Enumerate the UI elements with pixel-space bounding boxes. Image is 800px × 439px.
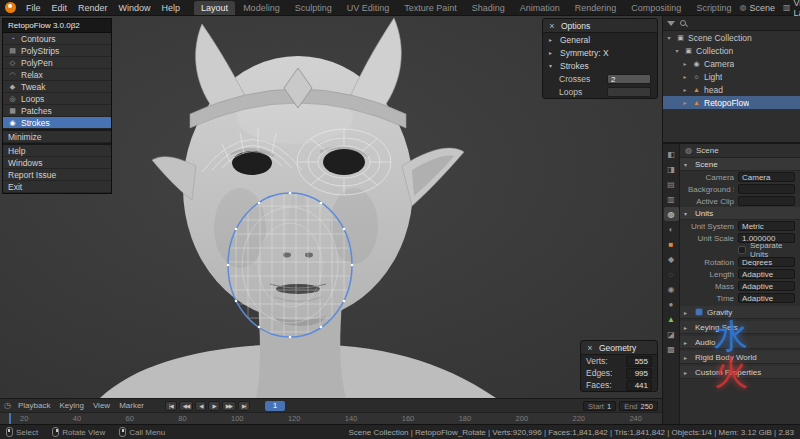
rf-tool-polypen[interactable]: ◇PolyPen [3,57,111,69]
outliner-row-scene-collection[interactable]: ▾ ▣ Scene Collection [663,31,800,44]
prev-keyframe-button[interactable]: ◀◀ [179,401,193,411]
tab-compositing[interactable]: Compositing [624,1,688,15]
menu-help[interactable]: Help [157,2,186,14]
rigid-body-world-section-header[interactable]: ▸ Rigid Body World [680,351,800,364]
tab-rendering[interactable]: Rendering [568,1,624,15]
separate-units-checkbox[interactable] [738,246,746,254]
close-icon[interactable]: × [586,343,594,353]
units-section-header[interactable]: ▾ Units [680,207,800,220]
frame-start-field[interactable]: Start 1 [583,401,616,411]
props-tab-output-icon[interactable]: ▤ [664,177,679,191]
gravity-checkbox[interactable] [695,308,703,316]
props-tab-render-icon[interactable]: ◨ [664,162,679,176]
loops-value-field[interactable] [607,87,651,97]
rf-action-exit[interactable]: Exit [3,181,111,193]
props-tab-modifiers-icon[interactable]: ◆ [664,252,679,266]
props-tab-physics-icon[interactable]: ◉ [664,282,679,296]
play-reverse-button[interactable]: ◀ [195,401,206,411]
tab-uv-editing[interactable]: UV Editing [340,1,397,15]
unit-system-field[interactable]: Metric [738,221,795,231]
length-field[interactable]: Adaptive [738,269,795,279]
tab-scripting[interactable]: Scripting [689,1,738,15]
timeline-playhead[interactable] [9,413,11,424]
timeline-menu-marker[interactable]: Marker [117,401,146,410]
options-section-symmetry[interactable]: ▸ Symmetry: X [543,46,657,59]
expander-icon[interactable]: ▸ [681,86,689,93]
rf-tool-patches[interactable]: ▦Patches [3,105,111,117]
custom-properties-section-header[interactable]: ▸ Custom Properties [680,366,800,379]
expander-icon[interactable]: ▾ [665,34,673,41]
options-panel-header[interactable]: × Options [543,19,657,33]
scene-selector[interactable]: ◍ Scene [739,3,775,13]
3d-viewport[interactable]: RetopoFlow 3.0.0β2 ◔Contours ▤PolyStrips… [0,16,662,398]
menu-edit[interactable]: Edit [47,2,73,14]
props-tab-particles-icon[interactable]: ◌ [664,267,679,281]
crosses-value-field[interactable]: 2 [607,74,651,84]
outliner-row-collection[interactable]: ▾ ▣ Collection [663,44,800,57]
tab-texture-paint[interactable]: Texture Paint [397,1,464,15]
timeline-menu-view[interactable]: View [91,401,112,410]
rf-tool-loops[interactable]: ◎Loops [3,93,111,105]
tab-modeling[interactable]: Modeling [236,1,287,15]
props-tab-object-icon[interactable]: ■ [664,237,679,251]
expander-icon[interactable]: ▸ [681,73,689,80]
expander-icon[interactable]: ▸ [681,99,689,106]
rf-tool-tweak[interactable]: ◆Tweak [3,81,111,93]
tab-layout[interactable]: Layout [194,1,235,15]
current-frame-field[interactable]: 1 [265,401,285,411]
menu-file[interactable]: File [21,2,46,14]
props-tab-data-icon[interactable]: ▲ [664,312,679,326]
timeline-strip[interactable]: 20 40 60 80 100 120 140 160 180 200 220 … [0,412,662,424]
geometry-panel-header[interactable]: × Geometry [581,341,657,355]
props-tab-material-icon[interactable]: ◪ [664,327,679,341]
outliner-row-retopoflow[interactable]: ▸ ▲ RetopoFlow [663,96,800,109]
close-icon[interactable]: × [548,21,556,31]
search-icon[interactable] [680,20,686,26]
scene-section-header[interactable]: ▾ Scene [680,158,800,171]
rf-tool-strokes[interactable]: ◉Strokes [3,117,111,129]
editor-type-icon[interactable]: ◷ [4,401,11,410]
jump-to-end-button[interactable]: ▶| [238,401,250,411]
props-tab-world-icon[interactable]: ◐ [664,222,679,236]
filter-icon[interactable] [667,21,675,26]
props-tab-constraints-icon[interactable]: ● [664,297,679,311]
expander-icon[interactable]: ▸ [681,60,689,67]
background-scene-field[interactable] [738,184,795,194]
view-layer-selector[interactable]: ▥ View Layer [783,0,800,18]
tab-animation[interactable]: Animation [513,1,567,15]
menu-render[interactable]: Render [73,2,113,14]
props-tab-scene-icon[interactable]: ◍ [664,207,679,221]
next-keyframe-button[interactable]: ▶▶ [222,401,236,411]
rf-action-windows[interactable]: Windows [3,157,111,169]
mass-field[interactable]: Adaptive [738,281,795,291]
menu-window[interactable]: Window [114,2,156,14]
gravity-section-header[interactable]: ▸ Gravity [680,306,800,319]
camera-field[interactable]: Camera [738,172,795,182]
blender-logo-icon[interactable] [5,2,16,13]
props-tab-texture-icon[interactable]: ▩ [664,342,679,356]
rf-action-minimize[interactable]: Minimize [3,131,111,143]
audio-section-header[interactable]: ▸ Audio [680,336,800,349]
timeline-menu-keying[interactable]: Keying [57,401,85,410]
play-button[interactable]: ▶ [208,401,219,411]
props-tab-view-layer-icon[interactable]: ▥ [664,192,679,206]
expander-icon[interactable]: ▾ [673,47,681,54]
frame-end-field[interactable]: End 250 [619,401,658,411]
keying-sets-section-header[interactable]: ▸ Keying Sets [680,321,800,334]
rf-tool-polystrips[interactable]: ▤PolyStrips [3,45,111,57]
outliner-row-light[interactable]: ▸ ☼ Light [663,70,800,83]
options-section-strokes[interactable]: ▾ Strokes [543,59,657,72]
time-field[interactable]: Adaptive [738,293,795,303]
rotation-field[interactable]: Degrees [738,257,795,267]
tab-sculpting[interactable]: Sculpting [288,1,339,15]
props-tab-tool-icon[interactable]: ◧ [664,147,679,161]
active-clip-field[interactable] [738,196,795,206]
timeline-menu-playback[interactable]: Playback [16,401,52,410]
rf-tool-contours[interactable]: ◔Contours [3,33,111,45]
rf-tool-relax[interactable]: ◠Relax [3,69,111,81]
tab-shading[interactable]: Shading [465,1,512,15]
rf-action-report-issue[interactable]: Report Issue [3,169,111,181]
options-section-general[interactable]: ▸ General [543,33,657,46]
outliner-row-head[interactable]: ▸ ▲ head [663,83,800,96]
jump-to-start-button[interactable]: |◀ [165,401,177,411]
